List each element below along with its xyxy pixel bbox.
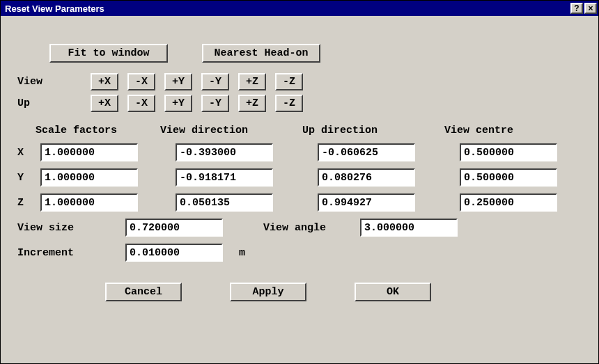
view-centre-header: View centre <box>444 125 563 136</box>
view-size-label: View size <box>15 222 119 234</box>
up-plus-x-button[interactable]: +X <box>91 95 118 112</box>
increment-unit: m <box>239 247 245 259</box>
updir-z-input[interactable]: 0.994927 <box>318 193 415 212</box>
ok-button[interactable]: OK <box>355 283 431 301</box>
z-row: Z 1.000000 0.050135 0.994927 0.250000 <box>15 193 584 212</box>
scale-z-input[interactable]: 1.000000 <box>40 193 138 212</box>
dialog-window: Reset View Parameters ? × Fit to window … <box>0 0 599 364</box>
increment-input[interactable]: 0.010000 <box>125 244 223 262</box>
view-size-input[interactable]: 0.720000 <box>125 219 223 237</box>
title-bar: Reset View Parameters ? × <box>1 1 598 16</box>
x-row: X 1.000000 -0.393000 -0.060625 0.500000 <box>15 143 584 161</box>
centre-z-input[interactable]: 0.250000 <box>460 193 557 212</box>
updir-y-input[interactable]: 0.080276 <box>318 168 415 187</box>
nearest-head-on-button[interactable]: Nearest Head-on <box>202 44 320 63</box>
view-angle-label: View angle <box>263 222 354 234</box>
increment-label: Increment <box>15 247 119 259</box>
window-title: Reset View Parameters <box>5 3 569 14</box>
viewdir-x-input[interactable]: -0.393000 <box>176 143 273 161</box>
viewdir-y-input[interactable]: -0.918171 <box>176 168 273 187</box>
cancel-button[interactable]: Cancel <box>105 283 182 301</box>
view-minus-y-button[interactable]: -Y <box>201 73 229 90</box>
centre-x-input[interactable]: 0.500000 <box>460 143 557 161</box>
scale-y-input[interactable]: 1.000000 <box>40 168 138 187</box>
view-plus-y-button[interactable]: +Y <box>164 73 192 90</box>
scale-factors-header: Scale factors <box>15 125 154 136</box>
viewdir-z-input[interactable]: 0.050135 <box>176 193 273 212</box>
view-axis-row: View +X -X +Y -Y +Z -Z <box>15 73 584 90</box>
up-direction-header: Up direction <box>302 125 438 136</box>
up-minus-x-button[interactable]: -X <box>127 95 155 112</box>
up-minus-z-button[interactable]: -Z <box>275 95 303 112</box>
view-minus-z-button[interactable]: -Z <box>275 73 303 90</box>
column-headers: Scale factors View direction Up directio… <box>15 125 584 136</box>
x-row-label: X <box>15 147 34 159</box>
view-angle-input[interactable]: 3.000000 <box>360 219 458 237</box>
updir-x-input[interactable]: -0.060625 <box>318 143 415 161</box>
view-size-row: View size 0.720000 View angle 3.000000 <box>15 219 584 237</box>
help-button[interactable]: ? <box>570 3 583 14</box>
dialog-content: Fit to window Nearest Head-on View +X -X… <box>1 16 598 315</box>
up-plus-z-button[interactable]: +Z <box>238 95 266 112</box>
centre-y-input[interactable]: 0.500000 <box>460 168 557 187</box>
action-buttons: Cancel Apply OK <box>15 283 584 301</box>
apply-button[interactable]: Apply <box>230 283 306 301</box>
up-minus-y-button[interactable]: -Y <box>201 95 229 112</box>
top-button-row: Fit to window Nearest Head-on <box>49 44 584 63</box>
y-row: Y 1.000000 -0.918171 0.080276 0.500000 <box>15 168 584 187</box>
view-label: View <box>15 76 84 88</box>
increment-row: Increment 0.010000 m <box>15 244 584 262</box>
view-minus-x-button[interactable]: -X <box>127 73 155 90</box>
up-axis-row: Up +X -X +Y -Y +Z -Z <box>15 95 584 112</box>
z-row-label: Z <box>15 197 34 209</box>
up-label: Up <box>15 97 84 109</box>
fit-to-window-button[interactable]: Fit to window <box>49 44 168 63</box>
y-row-label: Y <box>15 172 34 184</box>
view-plus-x-button[interactable]: +X <box>91 73 118 90</box>
view-direction-header: View direction <box>160 125 296 136</box>
up-plus-y-button[interactable]: +Y <box>164 95 192 112</box>
close-button[interactable]: × <box>584 3 597 14</box>
view-plus-z-button[interactable]: +Z <box>238 73 266 90</box>
scale-x-input[interactable]: 1.000000 <box>40 143 138 161</box>
